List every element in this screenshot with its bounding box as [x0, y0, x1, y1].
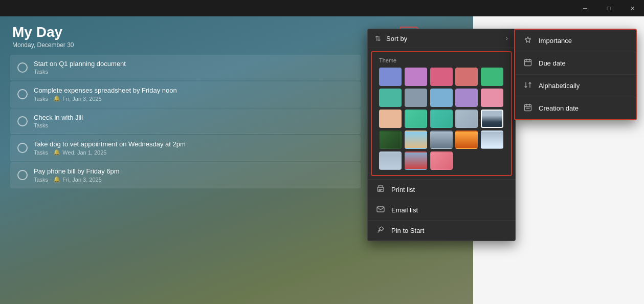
pin-icon [376, 226, 385, 235]
print-icon [376, 185, 385, 194]
task-circle[interactable] [17, 143, 28, 153]
sort-by-label: Sort by [386, 35, 506, 42]
dropdown-menu: ⇅ Sort by › Theme [367, 29, 516, 241]
sort-option-importance[interactable]: Importance [515, 30, 636, 52]
theme-swatch-pink-blur[interactable] [430, 151, 453, 170]
theme-swatch-mint[interactable] [405, 110, 427, 128]
pin-to-start-action[interactable]: Pin to Start [368, 220, 515, 241]
theme-swatch-green[interactable] [481, 68, 503, 86]
sort-alphabetically-label: Alphabetically [539, 82, 580, 90]
theme-grid [379, 68, 504, 170]
theme-swatch-pink[interactable] [481, 89, 503, 107]
theme-swatch-mountains[interactable] [430, 131, 453, 149]
theme-swatch-salmon[interactable] [455, 68, 478, 86]
theme-swatch-forest[interactable] [379, 131, 402, 149]
svg-rect-11 [525, 60, 531, 66]
theme-swatch-sunset[interactable] [455, 131, 478, 149]
task-meta: Tasks · 🔔 Fri, Jan 3, 2025 [34, 95, 353, 102]
print-list-action[interactable]: Print list [368, 179, 515, 200]
task-meta: Tasks [34, 69, 353, 75]
theme-swatch-peach[interactable] [379, 110, 402, 128]
sort-icon: ⇅ [375, 34, 381, 42]
theme-swatch-person[interactable] [481, 131, 503, 149]
task-content: Complete expenses spreadsheet by Friday … [34, 86, 353, 102]
task-circle[interactable] [17, 62, 28, 73]
task-item[interactable]: Start on Q1 planning document Tasks [10, 55, 361, 80]
sort-importance-label: Importance [539, 37, 572, 45]
theme-swatch-sky-blue[interactable] [430, 89, 453, 107]
close-button[interactable]: ✕ [620, 0, 644, 16]
theme-swatch-seafoam[interactable] [430, 110, 453, 128]
sort-option-due-date[interactable]: Due date [515, 52, 636, 75]
svg-rect-8 [379, 189, 383, 190]
chevron-right-icon: › [506, 35, 508, 42]
task-content: Take dog to vet appointment on Wednesday… [34, 140, 353, 156]
page-title: My Day [12, 25, 74, 40]
sort-due-date-label: Due date [539, 59, 566, 67]
header-title-group: My Day Monday, December 30 [12, 25, 74, 49]
pin-to-start-label: Pin to Start [391, 227, 424, 234]
sort-creation-date-label: Creation date [539, 104, 579, 112]
task-meta: Tasks · 🔔 Wed, Jan 1, 2025 [34, 149, 353, 156]
task-name: Complete expenses spreadsheet by Friday … [34, 86, 353, 94]
task-item[interactable]: Check in with Jill Tasks [10, 108, 361, 134]
task-circle[interactable] [17, 116, 28, 126]
task-item[interactable]: Complete expenses spreadsheet by Friday … [10, 81, 361, 107]
maximize-button[interactable]: □ [597, 0, 620, 16]
task-circle[interactable] [17, 89, 28, 99]
task-content: Start on Q1 planning document Tasks [34, 60, 353, 75]
theme-swatch-coral-pink[interactable] [430, 68, 453, 86]
task-content: Check in with Jill Tasks [34, 114, 353, 128]
print-list-label: Print list [391, 186, 415, 193]
theme-swatch-tower[interactable] [481, 110, 503, 128]
email-list-action[interactable]: Email list [368, 200, 515, 220]
sort-option-alphabetically[interactable]: Alphabetically [515, 75, 636, 97]
minimize-button[interactable]: ─ [573, 0, 597, 16]
theme-section: Theme [371, 51, 512, 176]
alpha-sort-icon [523, 81, 532, 91]
theme-swatch-poppy[interactable] [405, 151, 427, 170]
task-circle[interactable] [17, 170, 28, 180]
theme-swatch-lavender[interactable] [405, 68, 427, 86]
task-list: Start on Q1 planning document Tasks Comp… [10, 55, 361, 304]
theme-swatch-figure[interactable] [379, 151, 402, 170]
svg-rect-9 [379, 190, 381, 191]
task-meta: Tasks · 🔔 Fri, Jan 3, 2025 [34, 176, 353, 183]
task-name: Take dog to vet appointment on Wednesday… [34, 140, 353, 148]
theme-swatch-lilac[interactable] [455, 89, 478, 107]
task-content: Pay phone bill by Friday 6pm Tasks · 🔔 F… [34, 167, 353, 183]
task-item[interactable]: Take dog to vet appointment on Wednesday… [10, 135, 361, 161]
theme-swatch-beach[interactable] [405, 131, 427, 149]
title-bar-controls: ─ □ ✕ [573, 0, 644, 16]
task-meta: Tasks [34, 122, 353, 128]
sort-option-creation-date[interactable]: Creation date [515, 97, 636, 119]
calendar-icon [523, 58, 532, 68]
task-item[interactable]: Pay phone bill by Friday 6pm Tasks · 🔔 F… [10, 162, 361, 188]
title-bar: ─ □ ✕ [0, 0, 644, 16]
task-name: Check in with Jill [34, 114, 353, 121]
sort-by-row[interactable]: ⇅ Sort by › [368, 29, 515, 48]
email-list-label: Email list [391, 206, 418, 214]
theme-swatch-purple-blue[interactable] [379, 68, 402, 86]
theme-swatch-gray[interactable] [405, 89, 427, 107]
email-icon [376, 205, 385, 215]
creation-date-icon [523, 103, 532, 113]
importance-icon [523, 36, 532, 46]
sort-submenu: Importance Due date Alphabetically [514, 29, 637, 120]
task-name: Start on Q1 planning document [34, 60, 353, 68]
page-subtitle: Monday, December 30 [12, 41, 74, 49]
svg-rect-12 [525, 105, 531, 111]
theme-label: Theme [379, 57, 504, 63]
task-name: Pay phone bill by Friday 6pm [34, 167, 353, 175]
theme-swatch-light-blue[interactable] [455, 110, 478, 128]
theme-swatch-teal[interactable] [379, 89, 402, 107]
